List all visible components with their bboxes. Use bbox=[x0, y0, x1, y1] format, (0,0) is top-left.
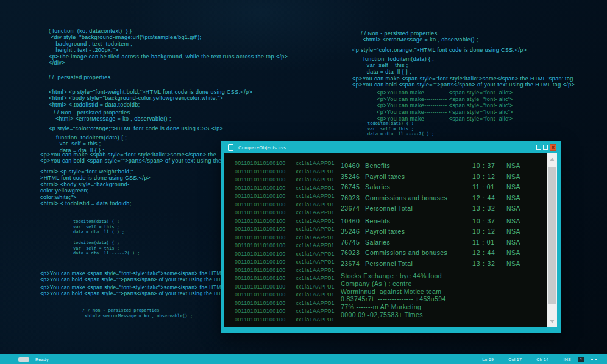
entry-tag: NSA bbox=[506, 194, 531, 201]
data-stream-binary: 0011010110100100 bbox=[235, 259, 285, 267]
entry-num: 76745 bbox=[341, 239, 365, 246]
data-stream-row: 0011010110100100xx1la1AAPP01 bbox=[235, 275, 335, 284]
code-line: data = dta ll ( ) ; bbox=[73, 229, 140, 235]
status-insert-mode: INS bbox=[563, 357, 571, 362]
entry-label: Personnel Total bbox=[365, 260, 472, 267]
data-stream-c1: xx1la1 bbox=[296, 169, 313, 177]
code-text-block: / / Non - persisted properties <html> <e… bbox=[54, 110, 171, 122]
data-stream-row: 0011010110100100xx1la1AAPP01 bbox=[235, 160, 335, 169]
code-line: data = dta ll { } ; bbox=[363, 69, 434, 75]
entry-time: 10 : 12 bbox=[472, 173, 506, 180]
code-line: <p>The image can be tiled across the bac… bbox=[49, 54, 288, 60]
code-line: var self = this ; bbox=[73, 246, 140, 251]
code-line: <p>You can make----------- <span style="… bbox=[377, 89, 513, 96]
data-stream-c1: xx1la1 bbox=[296, 300, 313, 309]
entry-time: 11 : 01 bbox=[472, 183, 506, 191]
status-bar: Ready Ln 69 Col 17 Ch 14 INS 1 bbox=[0, 354, 607, 364]
scrollbar[interactable] bbox=[547, 153, 557, 327]
data-stream-c2: AAPP01 bbox=[313, 185, 335, 194]
data-stream-row: 0011010110100100xx1la1AAPP01 bbox=[235, 284, 335, 292]
data-stream-binary: 0011010110100100 bbox=[235, 185, 285, 194]
code-text-block: function todoitem(data) { ; var self = t… bbox=[363, 56, 434, 75]
data-stream-c1: xx1la1 bbox=[296, 226, 313, 234]
code-line: <p style="color:orange;">HTML font code … bbox=[49, 125, 223, 131]
code-line: data = dta ll -----2( ) ; bbox=[73, 251, 140, 256]
data-stream-c1: xx1la1 bbox=[296, 259, 313, 267]
code-text-block: <html> <p style="font-weight:bold;">HTML… bbox=[40, 169, 151, 206]
code-text-block: <p>You can make <span style="font-style:… bbox=[352, 75, 575, 88]
scrollbar-thumb[interactable] bbox=[548, 167, 556, 304]
code-line bbox=[73, 235, 140, 240]
entry-label: Benefits bbox=[365, 162, 472, 169]
entry-label: Personnel Total bbox=[365, 205, 472, 212]
code-text-block: <p style="color:orange;">HTML font code … bbox=[352, 47, 527, 53]
code-line: </div> bbox=[49, 60, 288, 66]
data-stream-row: 0011010110100100xx1la1AAPP01 bbox=[235, 234, 335, 243]
code-line: / / Non - persisted properties bbox=[54, 110, 171, 116]
data-stream-c1: xx1la1 bbox=[296, 242, 313, 251]
code-line: var self = this ; bbox=[56, 141, 127, 147]
code-line: / / Non - persisted properties bbox=[82, 308, 193, 313]
code-line: <p>You can make----------- <span style="… bbox=[377, 102, 513, 109]
data-stream-c1: xx1la1 bbox=[296, 209, 313, 218]
entry-tag: NSA bbox=[506, 239, 531, 246]
entry-tag: NSA bbox=[506, 183, 531, 191]
code-line: 0000.09 -02,75583+ Times bbox=[341, 311, 446, 319]
close-button[interactable]: × bbox=[550, 144, 556, 151]
data-stream-binary: 0011010110100100 bbox=[235, 201, 285, 210]
data-stream-c1: xx1la1 bbox=[296, 234, 313, 243]
code-line: color:yellowgreen; bbox=[40, 187, 151, 194]
data-stream-c1: xx1la1 bbox=[296, 292, 313, 300]
code-line: Worminnud against Motice team bbox=[341, 288, 446, 296]
data-stream-c2: AAPP01 bbox=[313, 209, 335, 218]
data-stream-binary: 0011010110100100 bbox=[235, 251, 285, 259]
page-indicator[interactable]: 1 bbox=[578, 357, 584, 362]
code-line: <p>You can make <span style="font-style:… bbox=[40, 270, 243, 276]
entry-time: 10 : 37 bbox=[472, 217, 506, 225]
entry-num: 35246 bbox=[341, 228, 365, 235]
entry-time: 13 : 32 bbox=[472, 205, 506, 212]
code-line: Company (As ) : centre bbox=[341, 280, 446, 288]
ledger-entry-row: 76023Commissions and bonuses12 : 44NSA bbox=[341, 249, 531, 260]
scroll-down-icon[interactable] bbox=[550, 320, 555, 323]
data-stream-c1: xx1la1 bbox=[296, 177, 313, 185]
code-line: <p>You can make----------- <span style="… bbox=[377, 96, 513, 103]
window-titlebar[interactable]: CompareObjects.css × bbox=[221, 141, 561, 153]
code-line: <html> <p style="font-weight:bold;" bbox=[40, 169, 151, 175]
code-line: <p>You can bold <span style="">parts</sp… bbox=[40, 290, 243, 296]
code-line: <p>You can make----------- <span style="… bbox=[377, 109, 513, 116]
data-stream-binary: 0011010110100100 bbox=[235, 169, 285, 177]
entry-num: 23674 bbox=[341, 205, 365, 212]
data-stream-c2: AAPP01 bbox=[313, 201, 335, 210]
data-stream-c1: xx1la1 bbox=[296, 267, 313, 276]
code-text-block: <html> <p style="font-weight:bold;">HTML… bbox=[49, 89, 252, 108]
status-dot-icon bbox=[595, 359, 597, 360]
ledger-entry-row: 23674Personnel Total13 : 32NSA bbox=[341, 205, 531, 215]
data-stream-binary: 0011010110100100 bbox=[235, 193, 285, 201]
window-footer-text: Stocks Exchange : bye 44% foodCompany (A… bbox=[341, 272, 446, 319]
entry-num: 35246 bbox=[341, 173, 365, 180]
entry-num: 23674 bbox=[341, 260, 365, 267]
document-icon bbox=[228, 144, 233, 151]
maximize-button[interactable] bbox=[543, 145, 548, 150]
code-text-block: ( function (ko, datacontext) } } <div st… bbox=[49, 28, 288, 66]
code-line: ( function (ko, datacontext) } } bbox=[49, 28, 288, 34]
data-stream-row: 0011010110100100xx1la1AAPP01 bbox=[235, 193, 335, 201]
data-stream-binary: 0011010110100100 bbox=[235, 177, 285, 185]
entry-label: Commissions and bonuses bbox=[365, 194, 472, 201]
status-dot-icon bbox=[591, 359, 593, 360]
scroll-up-icon[interactable] bbox=[550, 158, 555, 161]
entry-tag: NSA bbox=[506, 260, 531, 267]
code-line: <div style="background-image:url('/pix/s… bbox=[49, 34, 288, 40]
data-stream-row: 0011010110100100xx1la1AAPP01 bbox=[235, 259, 335, 267]
code-line: <html> <p style="font-weight:bold;">HTML… bbox=[49, 89, 252, 95]
code-text-block: <p style="color:orange;">HTML font code … bbox=[49, 125, 223, 131]
data-stream-c2: AAPP01 bbox=[313, 267, 335, 276]
code-line: <p>You can bold <span style="">parts</sp… bbox=[40, 158, 221, 164]
data-stream-c2: AAPP01 bbox=[313, 169, 335, 177]
code-text-block: function todoitem(data) { ; var self = t… bbox=[56, 135, 127, 153]
window-content: 0011010110100100xx1la1AAPP01001101011010… bbox=[224, 153, 557, 327]
ledger-entry-row: 76023Commissions and bonuses12 : 44NSA bbox=[341, 194, 531, 205]
code-text-block: <p>You can make <span style="font-style:… bbox=[40, 270, 243, 282]
minimize-button[interactable] bbox=[536, 145, 541, 150]
